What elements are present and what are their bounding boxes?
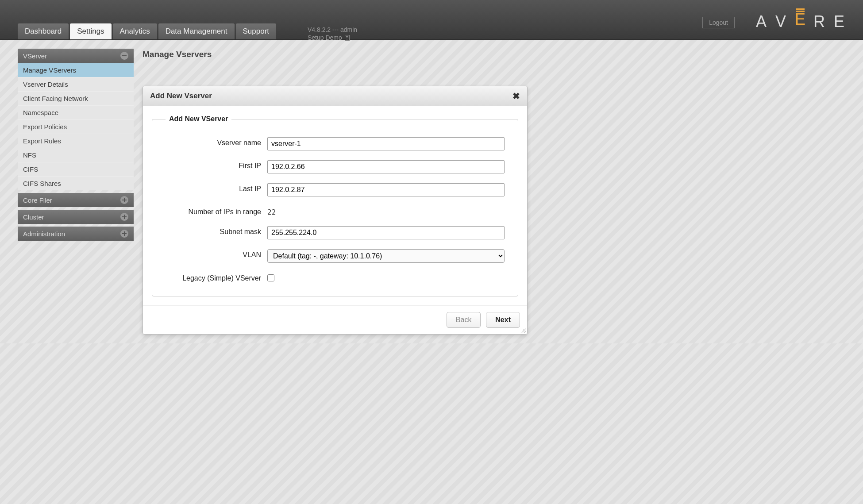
dialog-title-text: Add New Vserver [150,92,212,100]
add-vserver-fieldset: Add New VServer Vserver name First IP [152,115,518,296]
subnet-mask-input[interactable] [267,226,505,239]
sidebar-item-client-facing-network[interactable]: Client Facing Network [18,91,134,105]
page-title: Manage Vservers [143,50,845,59]
add-vserver-dialog: Add New Vserver ✖ Add New VServer Vserve… [143,86,528,335]
sidebar-item-vserver-details[interactable]: Vserver Details [18,77,134,91]
sidebar-item-cifs-shares[interactable]: CIFS Shares [18,176,134,190]
sidebar-item-namespace[interactable]: Namespace [18,105,134,119]
legacy-vserver-checkbox[interactable] [267,274,274,281]
sidebar-item-export-policies[interactable]: Export Policies [18,119,134,134]
logo-letter-a: A [756,12,767,31]
dialog-titlebar: Add New Vserver ✖ [143,86,527,106]
collapse-icon[interactable] [120,52,128,60]
sidebar-group-administration[interactable]: Administration [18,227,134,241]
content-area: Manage Vservers Add New Vserver ✖ Add Ne… [143,49,845,335]
sidebar-item-export-rules[interactable]: Export Rules [18,134,134,148]
main-tabs: Dashboard Settings Analytics Data Manage… [18,23,276,39]
vserver-name-input[interactable] [267,137,505,150]
first-ip-input[interactable] [267,160,505,173]
label-vlan: VLAN [166,249,267,259]
dialog-footer: Back Next [143,305,527,334]
tab-data-management[interactable]: Data Management [158,23,235,39]
close-icon[interactable]: ✖ [512,91,520,101]
settings-sidebar: VServer Manage VServers Vserver Details … [18,49,134,241]
sidebar-group-vserver[interactable]: VServer [18,49,134,63]
logo-letter-e: E [834,12,845,31]
tab-support[interactable]: Support [236,23,277,39]
sidebar-group-label: Cluster [23,213,44,221]
last-ip-input[interactable] [267,183,505,196]
next-button[interactable]: Next [486,312,520,328]
header-bar: Logout A V E R E V4.8.2.2 --- admin Setu… [0,0,863,40]
sidebar-group-cluster[interactable]: Cluster [18,210,134,224]
sidebar-group-label: Administration [23,230,65,238]
sidebar-group-label: VServer [23,52,47,60]
brand-logo: A V E R E [756,12,845,31]
logout-button[interactable]: Logout [702,17,735,28]
sidebar-item-manage-vservers[interactable]: Manage VServers [18,63,134,77]
expand-icon[interactable] [120,230,128,238]
back-button[interactable]: Back [447,312,481,328]
version-info: V4.8.2.2 --- admin Setup Demo [308,26,357,42]
label-subnet-mask: Subnet mask [166,226,267,236]
expand-icon[interactable] [120,196,128,204]
label-last-ip: Last IP [166,183,267,193]
tab-settings[interactable]: Settings [70,23,111,39]
setup-demo-link[interactable]: Setup Demo [308,34,342,42]
sidebar-group-label: Core Filer [23,196,52,204]
logo-letter-e-accent: E [795,14,805,30]
label-vserver-name: Vserver name [166,137,267,147]
logo-letter-r: R [813,12,826,31]
version-line: V4.8.2.2 --- admin [308,26,357,34]
label-num-ips: Number of IPs in range [166,206,267,216]
tab-dashboard[interactable]: Dashboard [18,23,69,39]
logo-letter-v: V [775,12,787,31]
sidebar-group-core-filer[interactable]: Core Filer [18,193,134,207]
vlan-select[interactable]: Default (tag: -, gateway: 10.1.0.76) [267,249,505,263]
label-first-ip: First IP [166,160,267,170]
num-ips-value: 22 [267,206,505,216]
sidebar-item-nfs[interactable]: NFS [18,148,134,162]
resize-grip-icon[interactable] [520,327,526,333]
tab-analytics[interactable]: Analytics [113,23,157,39]
label-legacy-vserver: Legacy (Simple) VServer [166,273,267,282]
sidebar-item-cifs[interactable]: CIFS [18,162,134,176]
document-icon[interactable] [345,35,350,41]
expand-icon[interactable] [120,213,128,221]
fieldset-legend: Add New VServer [166,115,231,123]
